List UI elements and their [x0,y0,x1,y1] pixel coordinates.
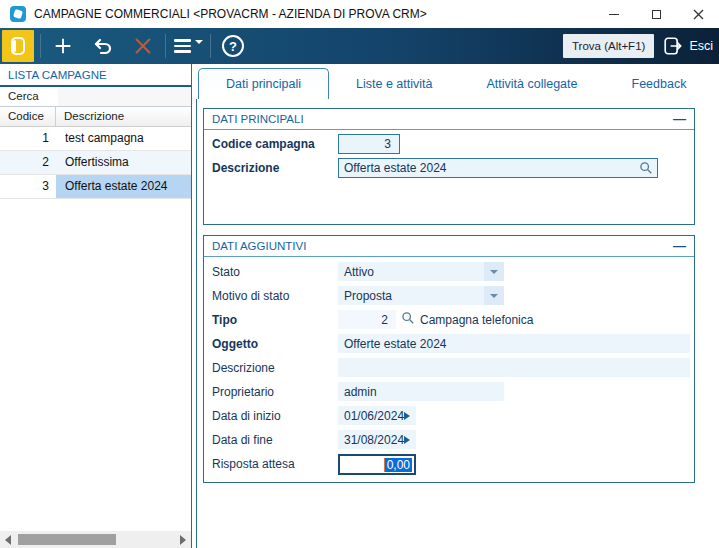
motivo-di-stato-dropdown[interactable]: Proposta [338,286,504,305]
row-description: Offertissima [56,151,191,174]
tab-feedback[interactable]: Feedback [605,68,714,99]
oggetto-input[interactable]: Offerte estate 2024 [338,334,690,353]
main-content: Dati principali Liste e attività Attivit… [196,64,719,548]
tab-dati-principali[interactable]: Dati principali [198,68,329,99]
risposta-attesa-input[interactable]: 0,00 [338,454,416,475]
field-label: Descrizione [212,358,275,378]
horizontal-scrollbar[interactable] [0,531,191,548]
maximize-icon [652,10,661,19]
undo-arrow-icon [91,34,115,58]
find-button[interactable]: Trova (Alt+F1) [563,34,654,58]
panel-header: DATI AGGIUNTIVI — [204,236,694,257]
question-circle-icon: ? [222,35,244,57]
sidebar-title: LISTA CAMPAGNE [0,64,191,87]
panel-header: DATI PRINCIPALI — [204,109,694,130]
exit-button[interactable]: Esci [662,35,713,57]
delete-button[interactable] [123,30,163,62]
field-row-tipo: Tipo 2 Campagna telefonica [204,310,694,330]
list-column-headers: Codice Descrizione [0,107,191,127]
field-row-motivo-di-stato: Motivo di stato Proposta [204,286,694,306]
tipo-description: Campagna telefonica [420,313,533,327]
selected-value: 0,00 [385,458,412,472]
help-button[interactable]: ? [213,30,253,62]
data-fine-input[interactable]: 31/08/2024 [338,430,416,449]
undo-button[interactable] [83,30,123,62]
field-label: Risposta attesa [212,454,295,474]
dropdown-arrow-button[interactable] [484,286,504,305]
field-label: Data di fine [212,430,273,450]
magnifier-icon[interactable] [401,311,415,329]
field-row-data-inizio: Data di inizio 01/06/2024 [204,406,694,426]
field-label: Motivo di stato [212,286,289,306]
row-code: 2 [0,151,56,174]
panel-title: DATI PRINCIPALI [212,109,304,129]
codice-campagna-input[interactable]: 3 [338,134,400,154]
arrow-left-icon [5,535,11,545]
motivo-di-stato-value: Proposta [338,286,484,305]
stato-value: Attivo [338,262,484,281]
collapse-panel-icon[interactable]: — [673,241,686,251]
tab-bar: Dati principali Liste e attività Attivit… [198,68,713,99]
field-label: Codice campagna [212,134,315,154]
field-label: Tipo [212,310,237,330]
column-header-descrizione[interactable]: Descrizione [56,107,191,127]
list-item[interactable]: 2 Offertissima [0,151,191,175]
search-input[interactable] [58,87,191,106]
maximize-button[interactable] [635,0,677,28]
data-inizio-input[interactable]: 01/06/2024 [338,406,416,425]
scroll-left-button[interactable] [0,531,16,548]
toolbar-left-group: ? [0,28,253,64]
panel-dati-aggiuntivi: DATI AGGIUNTIVI — Stato Attivo Motivo di… [203,235,695,483]
stato-dropdown[interactable]: Attivo [338,262,504,281]
new-record-button[interactable] [43,30,83,62]
tab-page-border [196,99,197,548]
field-row-oggetto: Oggetto Offerte estate 2024 [204,334,694,354]
sidebar-search-row[interactable]: Cerca [0,87,191,107]
minimize-button[interactable] [593,0,635,28]
close-icon [693,9,704,20]
dropdown-arrow-button[interactable] [484,262,504,281]
tab-liste-e-attivita[interactable]: Liste e attività [329,68,459,99]
field-row-codice-campagna: Codice campagna 3 [204,134,694,154]
app-menu-button[interactable] [2,30,34,62]
chevron-down-icon [490,270,498,274]
field-row-descrizione2: Descrizione [204,358,694,378]
campaign-list-sidebar: LISTA CAMPAGNE Cerca Codice Descrizione … [0,64,192,548]
field-label: Descrizione [212,158,279,178]
menu-button[interactable] [168,30,208,62]
field-label: Oggetto [212,334,258,354]
calendar-arrow-icon[interactable] [404,436,410,444]
proprietario-input[interactable]: admin [338,382,504,401]
calendar-arrow-icon[interactable] [404,412,410,420]
chevron-down-icon [195,40,203,44]
toolbar: ? Trova (Alt+F1) Esci [0,28,719,64]
descrizione2-input[interactable] [338,358,690,377]
scrollbar-thumb[interactable] [18,534,116,545]
chevron-down-icon [490,294,498,298]
minimize-icon [609,14,619,15]
list-item[interactable]: 1 test campagna [0,127,191,151]
close-button[interactable] [677,0,719,28]
field-row-proprietario: Proprietario admin [204,382,694,402]
app-logo-icon [10,6,26,22]
data-fine-value: 31/08/2024 [344,433,404,447]
tipo-code-input[interactable]: 2 [338,310,396,329]
scroll-right-button[interactable] [175,531,191,548]
field-row-stato: Stato Attivo [204,262,694,282]
list-item-selected[interactable]: 3 Offerta estate 2024 [0,175,191,199]
app-card-icon [11,37,25,55]
window-controls [593,0,719,28]
arrow-right-icon [180,535,186,545]
field-label: Proprietario [212,382,274,402]
tab-attivita-collegate[interactable]: Attività collegate [459,68,604,99]
descrizione-input[interactable]: Offerta estate 2024 [338,158,658,178]
tipo-field: 2 Campagna telefonica [338,310,533,329]
toolbar-right-group: Trova (Alt+F1) Esci [563,34,719,58]
title-bar: CAMPAGNE COMMERCIALI <PROVACRM - AZIENDA… [0,0,719,28]
panel-title: DATI AGGIUNTIVI [212,236,306,256]
collapse-panel-icon[interactable]: — [673,114,686,124]
descrizione-value: Offerta estate 2024 [344,161,447,175]
column-header-codice[interactable]: Codice [0,107,56,127]
window-title: CAMPAGNE COMMERCIALI <PROVACRM - AZIENDA… [34,7,427,21]
magnifier-icon[interactable] [639,161,653,178]
